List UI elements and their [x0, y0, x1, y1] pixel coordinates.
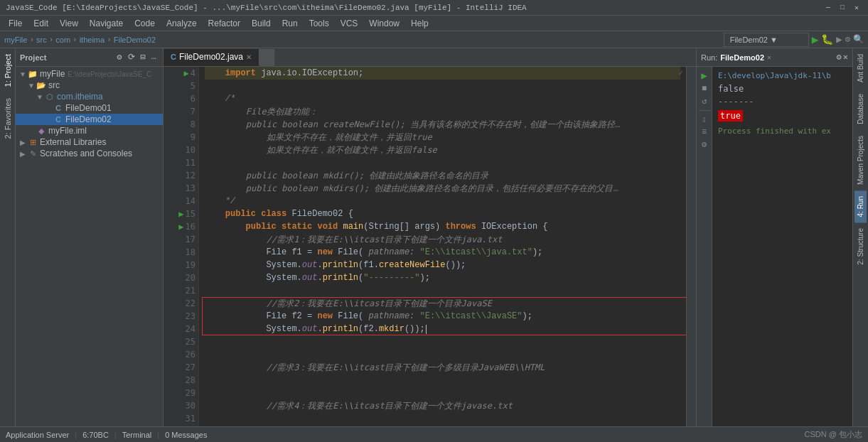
gutter-line-27: 27 [164, 361, 198, 374]
run-filter-icon[interactable]: ≡ [702, 127, 707, 137]
gutter-line-20: 20 [164, 271, 198, 284]
vtab-favorites[interactable]: 2: Favorites [1, 92, 14, 144]
menu-tools[interactable]: Tools [304, 17, 335, 30]
menu-file[interactable]: File [3, 17, 28, 30]
tree-item-scratches[interactable]: ▶ ✎ Scratches and Consoles [16, 148, 163, 159]
tree-item-myfile[interactable]: ▼ 📁 myFile E:\IdeaProjects\JavaSE_C [16, 68, 163, 80]
window-title: JavaSE_Code [E:\IdeaProjects\JavaSE_Code… [6, 4, 823, 12]
sidebar-collapse-icon[interactable]: ⊟ [139, 51, 148, 63]
tree-item-filedemo02[interactable]: C FileDemo02 [16, 114, 163, 125]
run-config-name: FileDemo02 [720, 53, 764, 62]
tree-item-ext-libs[interactable]: ▶ ⊞ External Libraries [16, 136, 163, 148]
menu-code[interactable]: Code [129, 17, 161, 30]
run-tab-label[interactable]: Run: [701, 53, 717, 62]
nav-myfile[interactable]: myFile [4, 36, 27, 44]
vtab-database[interactable]: Database [854, 88, 867, 130]
code-line-21 [205, 284, 680, 297]
bottom-6-torpc[interactable]: 6:70BC [82, 431, 109, 439]
nav-src[interactable]: src [36, 36, 47, 44]
run-config-selector[interactable]: FileDem02 ▼ [724, 33, 809, 47]
menu-vcs[interactable]: VCS [335, 17, 364, 30]
toolbar-more[interactable]: ⚙ [845, 34, 850, 45]
scratch-icon: ✎ [27, 149, 38, 158]
menu-analyze[interactable]: Analyze [161, 17, 203, 30]
menu-help[interactable]: Help [405, 17, 434, 30]
bottom-messages[interactable]: 0 Messages [165, 431, 207, 439]
app-window: JavaSE_Code [E:\IdeaProjects\JavaSE_Code… [0, 0, 868, 442]
menu-window[interactable]: Window [363, 17, 405, 30]
tree-label-ext: External Libraries [40, 137, 106, 147]
menu-build[interactable]: Build [246, 17, 277, 30]
bottom-terminal[interactable]: Terminal [122, 431, 152, 439]
bottom-sep1: | [75, 431, 77, 439]
gutter-line-23: 23 [164, 310, 198, 323]
editor-tab-empty[interactable] [259, 49, 274, 66]
tree-arrow-com: ▼ [36, 93, 44, 101]
bottom-sep3: | [157, 431, 159, 439]
vtab-maven[interactable]: Maven Projects [854, 130, 867, 190]
vtab-project[interactable]: 1: Project [1, 48, 14, 92]
tree-item-com-itheima[interactable]: ▼ ⬡ com.itheima [16, 91, 163, 102]
close-button[interactable]: ✕ [851, 2, 862, 14]
tree-label-myfile: myFile [40, 69, 65, 79]
code-line-18: File f1 = new File( pathname: "E:\\itcas… [205, 246, 680, 259]
gutter-line-11: 11 [164, 156, 198, 169]
vtab-structure[interactable]: 2: Structure [854, 222, 867, 271]
run-settings-icon[interactable]: ⚙ [702, 139, 707, 150]
run-gutter-15[interactable]: ▶ [178, 207, 183, 220]
run-panel-settings-icon[interactable]: ⚙ [837, 52, 842, 63]
run-button[interactable]: ▶ [812, 33, 819, 47]
gutter-line-31: 31 [164, 412, 198, 425]
gutter-line-29: 29 [164, 387, 198, 399]
menu-view[interactable]: View [54, 17, 84, 30]
gutter-line-14: 14 [164, 195, 198, 207]
toolbar-search[interactable]: 🔍 [853, 34, 864, 45]
nav-itheima[interactable]: itheima [80, 36, 105, 44]
code-line-28 [205, 374, 680, 387]
tab-close-button[interactable]: ✕ [246, 53, 252, 61]
tree-path-myfile: E:\IdeaProjects\JavaSE_C [68, 70, 151, 78]
run-tab-close[interactable]: ✕ [767, 53, 771, 62]
run-rerun-icon[interactable]: ▶ [701, 70, 707, 82]
editor-tabs: C FileDemo02.java ✕ [164, 48, 696, 67]
vtab-run[interactable]: 4: Run [854, 190, 867, 222]
tree-item-filedemo01[interactable]: C FileDemo01 [16, 102, 163, 114]
tree-item-src[interactable]: ▼ 📂 src [16, 80, 163, 91]
gutter-line-26: 26 [164, 348, 198, 361]
tree-item-iml[interactable]: ◆ myFile.iml [16, 125, 163, 136]
code-line-15: public class FileDemo02 { [205, 207, 680, 220]
maximize-button[interactable]: □ [837, 2, 848, 14]
tree-label-src: src [48, 80, 60, 90]
menu-edit[interactable]: Edit [28, 17, 54, 30]
menu-run[interactable]: Run [277, 17, 304, 30]
gutter-line-10: 10 [164, 144, 198, 156]
run-gutter-icon[interactable]: ▶ [184, 67, 189, 80]
code-content[interactable]: import java.io.IOException;✓ /* File类创建功… [199, 67, 686, 426]
run-panel-close-icon[interactable]: ✕ [843, 52, 848, 63]
gutter-line-16: ▶16 [164, 220, 198, 233]
run-scroll-icon[interactable]: ⇩ [702, 114, 707, 125]
gutter-line-13: 13 [164, 182, 198, 195]
tree-label-fd01: FileDemo01 [65, 103, 112, 113]
vtab-ant-build[interactable]: Ant Build [854, 48, 867, 88]
sidebar-more-icon[interactable]: … [149, 51, 159, 63]
nav-filedemo02[interactable]: FileDemo02 [114, 36, 156, 44]
sidebar-settings-icon[interactable]: ⚙ [114, 51, 124, 63]
nav-com[interactable]: com [55, 36, 70, 44]
sidebar-sync-icon[interactable]: ⟳ [126, 51, 137, 63]
menu-navigate[interactable]: Navigate [84, 17, 129, 30]
minimize-button[interactable]: — [823, 2, 834, 14]
package-icon: ⬡ [44, 92, 55, 102]
run-gutter-16[interactable]: ▶ [178, 220, 183, 233]
debug-button[interactable]: 🐛 [821, 33, 833, 45]
run-stop-icon[interactable]: ■ [702, 84, 707, 94]
gutter-line-7: 7 [164, 105, 198, 118]
code-line-32: } [205, 425, 680, 426]
run-resume-icon[interactable]: ↺ [702, 96, 707, 107]
gutter-line-32: 32 [164, 425, 198, 426]
editor-tab-filedemo02[interactable]: C FileDemo02.java ✕ [164, 49, 259, 66]
code-line-23: File f2 = new File( pathname: "E:\\itcas… [205, 310, 680, 323]
menu-refactor[interactable]: Refactor [203, 17, 246, 30]
run-coverage-button[interactable]: ▶ [836, 33, 842, 45]
bottom-app-server[interactable]: Application Server [6, 431, 69, 439]
